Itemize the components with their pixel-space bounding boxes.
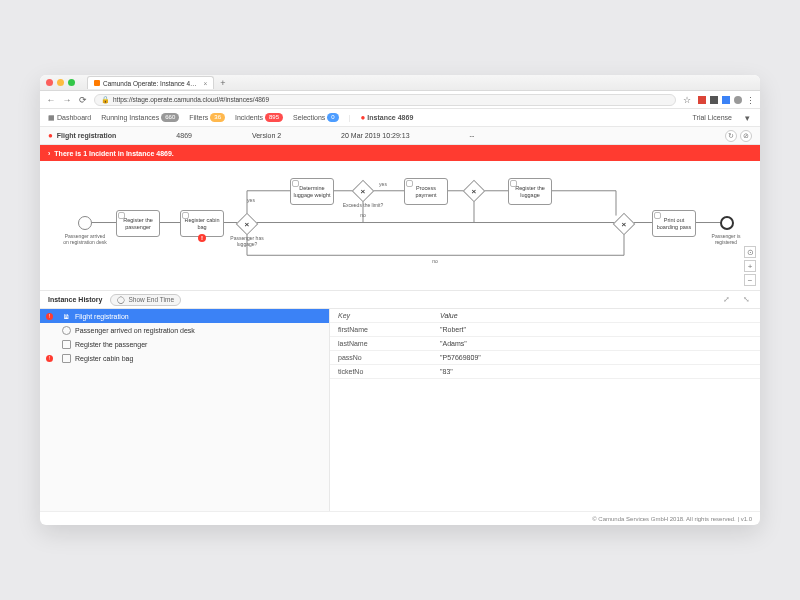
instance-time: 20 Mar 2019 10:29:13 bbox=[341, 132, 410, 139]
cancel-button[interactable]: ⊘ bbox=[740, 130, 752, 142]
gateway1-label: Passenger has luggage? bbox=[224, 235, 270, 247]
gateway2-label: Exceeds the limit? bbox=[340, 202, 386, 208]
history-row[interactable]: ! 🗎 Flight registration bbox=[40, 309, 329, 323]
selections-label: Selections bbox=[293, 114, 325, 121]
retry-button[interactable]: ↻ bbox=[725, 130, 737, 142]
filters-label: Filters bbox=[189, 114, 208, 121]
forward-icon[interactable]: → bbox=[62, 95, 72, 105]
history-title: Instance History bbox=[48, 296, 102, 303]
ext-icon[interactable] bbox=[710, 96, 718, 104]
filters-link[interactable]: Filters 36 bbox=[189, 113, 225, 122]
end-label: Passenger is registered bbox=[703, 233, 749, 245]
file-icon: 🗎 bbox=[62, 312, 71, 321]
history-label: Flight registration bbox=[75, 313, 129, 320]
var-value: "P57669809" bbox=[440, 354, 760, 361]
alert-text: There is 1 Incident in Instance 4869. bbox=[54, 150, 173, 157]
minimize-icon[interactable] bbox=[57, 79, 64, 86]
history-label: Register cabin bag bbox=[75, 355, 133, 362]
avatar[interactable] bbox=[734, 96, 742, 104]
history-row[interactable]: Passenger arrived on registration desk bbox=[40, 323, 329, 337]
incident-badge[interactable]: ! bbox=[198, 234, 206, 242]
task-register-cabin-bag[interactable]: Register cabin bag bbox=[180, 210, 224, 237]
incidents-count: 895 bbox=[265, 113, 283, 122]
expand-icon[interactable]: ⤡ bbox=[740, 294, 752, 306]
history-label: Passenger arrived on registration desk bbox=[75, 327, 195, 334]
instance-id: 4869 bbox=[176, 132, 192, 139]
history-label: Register the passenger bbox=[75, 341, 147, 348]
zoom-reset-button[interactable]: ⊙ bbox=[744, 246, 756, 258]
app-nav: ▦ Dashboard Running Instances 660 Filter… bbox=[40, 109, 760, 127]
var-row[interactable]: lastName"Adams" bbox=[330, 337, 760, 351]
error-badge: ! bbox=[46, 313, 53, 320]
instance-link[interactable]: ● Instance 4869 bbox=[361, 113, 414, 122]
new-tab-button[interactable]: + bbox=[216, 76, 229, 89]
lock-icon: 🔒 bbox=[101, 96, 110, 104]
var-value: "83" bbox=[440, 368, 760, 375]
running-instances-link[interactable]: Running Instances 660 bbox=[101, 113, 179, 122]
incidents-link[interactable]: Incidents 895 bbox=[235, 113, 283, 122]
task-determine-weight[interactable]: Determine luggage weight bbox=[290, 178, 334, 205]
circle-icon bbox=[62, 326, 71, 335]
dashboard-link[interactable]: ▦ Dashboard bbox=[48, 114, 91, 122]
browser-window: Camunda Operate: Instance 4… × + ← → ⟳ 🔒… bbox=[40, 75, 760, 525]
maximize-icon[interactable] bbox=[68, 79, 75, 86]
show-end-time-toggle[interactable]: ◯ Show End Time bbox=[110, 294, 181, 306]
box-icon bbox=[62, 354, 71, 363]
yes-label: yes bbox=[376, 181, 390, 187]
var-key: firstName bbox=[330, 326, 440, 333]
history-row[interactable]: ! Register cabin bag bbox=[40, 351, 329, 365]
var-key: ticketNo bbox=[330, 368, 440, 375]
box-icon bbox=[62, 340, 71, 349]
trial-license[interactable]: Trial License bbox=[693, 114, 732, 121]
back-icon[interactable]: ← bbox=[46, 95, 56, 105]
running-count: 660 bbox=[161, 113, 179, 122]
chevron-right-icon: › bbox=[48, 150, 50, 157]
start-label: Passenger arrived on registration desk bbox=[62, 233, 108, 245]
chevron-down-icon[interactable]: ▾ bbox=[742, 113, 752, 123]
instance-parent: -- bbox=[470, 132, 475, 139]
ext-icon[interactable] bbox=[722, 96, 730, 104]
var-row[interactable]: firstName"Robert" bbox=[330, 323, 760, 337]
reload-icon[interactable]: ⟳ bbox=[78, 95, 88, 105]
menu-icon[interactable]: ⋮ bbox=[746, 96, 754, 104]
footer: © Camunda Services GmbH 2018. All rights… bbox=[40, 511, 760, 525]
task-boarding-pass[interactable]: Print out boarding pass bbox=[652, 210, 696, 237]
task-process-payment[interactable]: Process payment bbox=[404, 178, 448, 205]
end-event[interactable] bbox=[720, 216, 734, 230]
ext-icon[interactable] bbox=[698, 96, 706, 104]
zoom-controls: ⊙ + − bbox=[744, 246, 756, 286]
no-label: no bbox=[356, 212, 370, 218]
var-value: "Robert" bbox=[440, 326, 760, 333]
star-icon[interactable]: ☆ bbox=[682, 95, 692, 105]
yes-label: yes bbox=[244, 197, 258, 203]
var-key: passNo bbox=[330, 354, 440, 361]
zoom-out-button[interactable]: − bbox=[744, 274, 756, 286]
url-text: https://stage.operate.camunda.cloud/#/in… bbox=[113, 96, 269, 103]
zoom-in-button[interactable]: + bbox=[744, 260, 756, 272]
history-row[interactable]: Register the passenger bbox=[40, 337, 329, 351]
var-row[interactable]: ticketNo"83" bbox=[330, 365, 760, 379]
browser-tab[interactable]: Camunda Operate: Instance 4… × bbox=[87, 76, 214, 89]
tab-title: Camunda Operate: Instance 4… bbox=[103, 80, 197, 87]
extensions: ⋮ bbox=[698, 96, 754, 104]
task-register-luggage[interactable]: Register the luggage bbox=[508, 178, 552, 205]
key-header: Key bbox=[330, 312, 440, 319]
var-key: lastName bbox=[330, 340, 440, 347]
close-icon[interactable] bbox=[46, 79, 53, 86]
instance-info-bar: ●Flight registration 4869 Version 2 20 M… bbox=[40, 127, 760, 145]
bpmn-diagram[interactable]: Passenger arrived on registration desk R… bbox=[40, 161, 760, 291]
var-row[interactable]: passNo"P57669809" bbox=[330, 351, 760, 365]
incident-alert[interactable]: › There is 1 Incident in Instance 4869. bbox=[40, 145, 760, 161]
start-event[interactable] bbox=[78, 216, 92, 230]
close-tab-icon[interactable]: × bbox=[204, 80, 208, 87]
task-register-passenger[interactable]: Register the passenger bbox=[116, 210, 160, 237]
history-tree: ! 🗎 Flight registration Passenger arrive… bbox=[40, 309, 330, 511]
url-input[interactable]: 🔒 https://stage.operate.camunda.cloud/#/… bbox=[94, 94, 676, 106]
variables-panel: Key Value firstName"Robert" lastName"Ada… bbox=[330, 309, 760, 511]
selections-link[interactable]: Selections 0 bbox=[293, 113, 339, 122]
instance-label: Instance 4869 bbox=[367, 114, 413, 121]
vars-header: Key Value bbox=[330, 309, 760, 323]
dashboard-label: Dashboard bbox=[57, 114, 91, 121]
status-icon: ● bbox=[48, 131, 53, 140]
collapse-icon[interactable]: ⤢ bbox=[720, 294, 732, 306]
